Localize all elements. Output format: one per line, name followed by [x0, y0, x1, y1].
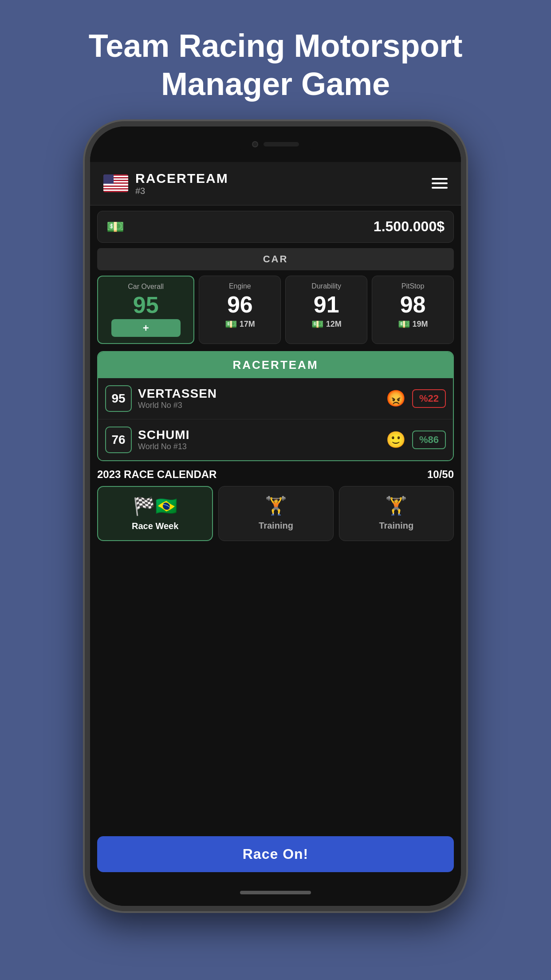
camera-dot: [252, 141, 258, 147]
phone-top-bar: [90, 126, 461, 162]
money-icon: 💵: [106, 218, 124, 235]
engine-value: 96: [227, 293, 253, 316]
driver2-mood: 🙂: [386, 431, 406, 449]
pitstop-value: 98: [400, 293, 426, 316]
race-on-text: Race On!: [243, 846, 308, 862]
car-overall-card[interactable]: Car Overall 95 +: [97, 276, 194, 344]
calendar-count: 10/50: [427, 468, 454, 481]
race-week-label: Race Week: [132, 521, 178, 531]
pitstop-card[interactable]: PitStop 98 💵 19M: [372, 276, 454, 344]
training1-icon: 🏋: [265, 495, 287, 516]
driver1-number: 95: [105, 385, 132, 412]
menu-line-3: [432, 187, 448, 189]
app-header: RACERTEAM #3: [90, 162, 461, 205]
durability-label: Durability: [311, 282, 341, 290]
page-title-line1: Team Racing Motorsport Manager Game: [53, 27, 498, 103]
training2-label: Training: [379, 521, 413, 531]
speaker-bar: [264, 142, 299, 146]
overall-label: Car Overall: [128, 283, 164, 291]
pitstop-label: PitStop: [401, 282, 425, 290]
race-on-button[interactable]: Race On!: [97, 836, 454, 872]
phone-notch: [236, 138, 315, 150]
engine-label: Engine: [229, 282, 251, 290]
calendar-title: 2023 RACE CALENDAR: [97, 468, 216, 481]
team-name: RACERTEAM: [135, 171, 228, 186]
driver1-condition: %22: [412, 389, 446, 408]
durability-cost: 💵 12M: [311, 319, 342, 330]
team-section-header: RACERTEAM: [98, 352, 453, 378]
money-bar: 💵 1.500.000$: [97, 211, 454, 243]
driver1-mood: 😡: [386, 389, 406, 408]
engine-cost-icon: 💵: [225, 319, 237, 330]
pitstop-cost-value: 19M: [413, 320, 428, 329]
driver2-info: SCHUMI World No #13: [138, 428, 380, 451]
durability-card[interactable]: Durability 91 💵 12M: [285, 276, 367, 344]
calendar-item-training-2[interactable]: 🏋 Training: [339, 486, 454, 541]
header-left: RACERTEAM #3: [103, 171, 228, 196]
durability-value: 91: [314, 293, 339, 316]
calendar-item-race-week[interactable]: 🏁🇧🇷 Race Week: [97, 486, 213, 541]
phone-frame: RACERTEAM #3 💵 1.500.000$ CAR Car Overal…: [85, 121, 466, 911]
driver-row-2[interactable]: 76 SCHUMI World No #13 🙂 %86: [98, 419, 453, 460]
training2-icon: 🏋: [385, 495, 407, 516]
calendar-item-training-1[interactable]: 🏋 Training: [218, 486, 333, 541]
pitstop-cost: 💵 19M: [398, 319, 428, 330]
calendar-items: 🏁🇧🇷 Race Week 🏋 Training 🏋 Training: [97, 486, 454, 541]
menu-line-1: [432, 178, 448, 180]
menu-button[interactable]: [432, 178, 448, 189]
pitstop-cost-icon: 💵: [398, 319, 410, 330]
driver-row-1[interactable]: 95 VERTASSEN World No #3 😡 %22: [98, 378, 453, 419]
driver1-name: VERTASSEN: [138, 387, 380, 401]
driver2-name: SCHUMI: [138, 428, 380, 442]
car-section-title: CAR: [263, 253, 288, 265]
engine-cost: 💵 17M: [225, 319, 255, 330]
driver2-number: 76: [105, 427, 132, 453]
driver1-rank: World No #3: [138, 401, 380, 410]
engine-card[interactable]: Engine 96 💵 17M: [199, 276, 281, 344]
training1-label: Training: [259, 521, 293, 531]
calendar-section: 2023 RACE CALENDAR 10/50 🏁🇧🇷 Race Week 🏋…: [97, 468, 454, 541]
team-section-name: RACERTEAM: [232, 358, 318, 371]
driver2-rank: World No #13: [138, 442, 380, 451]
team-flag: [103, 174, 128, 192]
driver2-condition: %86: [412, 431, 446, 449]
menu-line-2: [432, 182, 448, 184]
durability-cost-value: 12M: [326, 320, 342, 329]
car-section-header: CAR: [97, 248, 454, 270]
car-stats-row: Car Overall 95 + Engine 96 💵 17M Durabil…: [97, 276, 454, 344]
team-number: #3: [135, 186, 228, 196]
overall-value: 95: [133, 293, 159, 316]
race-week-icon: 🏁🇧🇷: [133, 496, 177, 517]
app-content: RACERTEAM #3 💵 1.500.000$ CAR Car Overal…: [90, 162, 461, 879]
upgrade-button[interactable]: +: [111, 319, 181, 337]
home-indicator: [240, 891, 311, 894]
driver1-info: VERTASSEN World No #3: [138, 387, 380, 410]
calendar-header: 2023 RACE CALENDAR 10/50: [97, 468, 454, 481]
team-section: RACERTEAM 95 VERTASSEN World No #3 😡 %22…: [97, 351, 454, 461]
phone-bottom-bar: [90, 879, 461, 906]
team-info: RACERTEAM #3: [135, 171, 228, 196]
durability-cost-icon: 💵: [311, 319, 323, 330]
money-amount: 1.500.000$: [374, 218, 445, 235]
engine-cost-value: 17M: [240, 320, 255, 329]
